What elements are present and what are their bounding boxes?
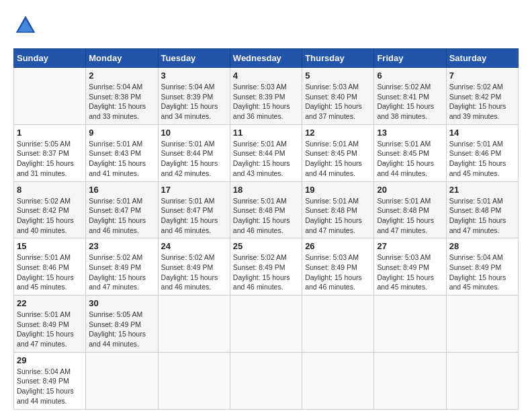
day-info: Sunrise: 5:02 AM Sunset: 8:49 PM Dayligh… (161, 253, 227, 292)
day-number: 28 (449, 241, 515, 251)
day-info: Sunrise: 5:01 AM Sunset: 8:48 PM Dayligh… (233, 196, 299, 236)
calendar-cell: 24Sunrise: 5:02 AM Sunset: 8:49 PM Dayli… (158, 238, 230, 295)
calendar-cell: 11Sunrise: 5:01 AM Sunset: 8:44 PM Dayli… (230, 124, 302, 181)
day-info: Sunrise: 5:04 AM Sunset: 8:38 PM Dayligh… (89, 82, 154, 122)
calendar-cell: 2Sunrise: 5:04 AM Sunset: 8:38 PM Daylig… (86, 68, 158, 125)
day-number: 8 (17, 185, 83, 195)
day-number: 27 (377, 241, 443, 251)
day-info: Sunrise: 5:01 AM Sunset: 8:48 PM Dayligh… (449, 196, 515, 236)
calendar-cell: 6Sunrise: 5:02 AM Sunset: 8:41 PM Daylig… (374, 68, 446, 125)
day-number: 12 (305, 128, 371, 138)
day-number: 21 (449, 185, 515, 195)
day-info: Sunrise: 5:03 AM Sunset: 8:40 PM Dayligh… (305, 82, 371, 122)
day-info: Sunrise: 5:01 AM Sunset: 8:47 PM Dayligh… (89, 196, 154, 236)
day-info: Sunrise: 5:02 AM Sunset: 8:49 PM Dayligh… (233, 253, 299, 292)
day-number: 2 (89, 71, 154, 81)
calendar-cell: 30Sunrise: 5:05 AM Sunset: 8:49 PM Dayli… (86, 295, 158, 353)
day-info: Sunrise: 5:01 AM Sunset: 8:45 PM Dayligh… (377, 139, 443, 179)
day-number: 24 (161, 241, 227, 251)
calendar-cell (230, 352, 302, 409)
calendar-cell: 23Sunrise: 5:02 AM Sunset: 8:49 PM Dayli… (86, 238, 158, 295)
day-info: Sunrise: 5:05 AM Sunset: 8:49 PM Dayligh… (89, 310, 154, 349)
day-info: Sunrise: 5:01 AM Sunset: 8:45 PM Dayligh… (305, 139, 371, 179)
day-info: Sunrise: 5:01 AM Sunset: 8:48 PM Dayligh… (305, 196, 371, 236)
day-info: Sunrise: 5:04 AM Sunset: 8:49 PM Dayligh… (449, 253, 515, 292)
calendar-cell: 28Sunrise: 5:04 AM Sunset: 8:49 PM Dayli… (446, 238, 518, 295)
day-number: 5 (305, 71, 371, 81)
calendar-cell (86, 352, 158, 409)
day-number: 15 (17, 241, 83, 251)
day-of-week-header: Monday (86, 49, 158, 68)
day-info: Sunrise: 5:01 AM Sunset: 8:43 PM Dayligh… (89, 139, 154, 179)
day-info: Sunrise: 5:02 AM Sunset: 8:42 PM Dayligh… (17, 196, 83, 236)
calendar-cell: 29Sunrise: 5:04 AM Sunset: 8:49 PM Dayli… (14, 352, 86, 409)
day-info: Sunrise: 5:01 AM Sunset: 8:44 PM Dayligh… (161, 139, 227, 179)
day-info: Sunrise: 5:01 AM Sunset: 8:49 PM Dayligh… (17, 310, 83, 349)
day-number: 11 (233, 128, 299, 138)
calendar-cell: 16Sunrise: 5:01 AM Sunset: 8:47 PM Dayli… (86, 181, 158, 238)
calendar-cell: 15Sunrise: 5:01 AM Sunset: 8:46 PM Dayli… (14, 238, 86, 295)
calendar-cell: 9Sunrise: 5:01 AM Sunset: 8:43 PM Daylig… (86, 124, 158, 181)
generalblue-logo-icon (13, 13, 38, 38)
day-number: 20 (377, 185, 443, 195)
calendar-cell: 1Sunrise: 5:05 AM Sunset: 8:37 PM Daylig… (14, 124, 86, 181)
calendar-table: SundayMondayTuesdayWednesdayThursdayFrid… (13, 48, 519, 410)
calendar-cell (302, 352, 374, 409)
day-info: Sunrise: 5:04 AM Sunset: 8:39 PM Dayligh… (161, 82, 227, 122)
calendar-cell: 14Sunrise: 5:01 AM Sunset: 8:46 PM Dayli… (446, 124, 518, 181)
calendar-cell: 5Sunrise: 5:03 AM Sunset: 8:40 PM Daylig… (302, 68, 374, 125)
day-info: Sunrise: 5:03 AM Sunset: 8:49 PM Dayligh… (377, 253, 443, 292)
calendar-cell: 17Sunrise: 5:01 AM Sunset: 8:47 PM Dayli… (158, 181, 230, 238)
day-number: 1 (17, 128, 83, 138)
calendar-cell: 3Sunrise: 5:04 AM Sunset: 8:39 PM Daylig… (158, 68, 230, 125)
day-of-week-header: Friday (374, 49, 446, 68)
day-info: Sunrise: 5:02 AM Sunset: 8:41 PM Dayligh… (377, 82, 443, 122)
calendar-week-row: 2Sunrise: 5:04 AM Sunset: 8:38 PM Daylig… (14, 68, 519, 125)
calendar-cell (374, 352, 446, 409)
calendar-week-row: 29Sunrise: 5:04 AM Sunset: 8:49 PM Dayli… (14, 352, 519, 409)
day-info: Sunrise: 5:02 AM Sunset: 8:42 PM Dayligh… (449, 82, 515, 122)
calendar-cell: 4Sunrise: 5:03 AM Sunset: 8:39 PM Daylig… (230, 68, 302, 125)
calendar-cell (446, 295, 518, 353)
calendar-header-row: SundayMondayTuesdayWednesdayThursdayFrid… (14, 49, 519, 68)
calendar-cell: 27Sunrise: 5:03 AM Sunset: 8:49 PM Dayli… (374, 238, 446, 295)
calendar-cell: 13Sunrise: 5:01 AM Sunset: 8:45 PM Dayli… (374, 124, 446, 181)
day-number: 25 (233, 241, 299, 251)
calendar-cell (14, 68, 86, 125)
day-number: 10 (161, 128, 227, 138)
calendar-cell: 25Sunrise: 5:02 AM Sunset: 8:49 PM Dayli… (230, 238, 302, 295)
calendar-cell: 19Sunrise: 5:01 AM Sunset: 8:48 PM Dayli… (302, 181, 374, 238)
calendar-cell: 22Sunrise: 5:01 AM Sunset: 8:49 PM Dayli… (14, 295, 86, 353)
day-number: 17 (161, 185, 227, 195)
day-number: 13 (377, 128, 443, 138)
page-header (13, 13, 519, 38)
calendar-cell: 18Sunrise: 5:01 AM Sunset: 8:48 PM Dayli… (230, 181, 302, 238)
day-number: 3 (161, 71, 227, 81)
day-number: 16 (89, 185, 154, 195)
day-number: 4 (233, 71, 299, 81)
day-info: Sunrise: 5:03 AM Sunset: 8:49 PM Dayligh… (305, 253, 371, 292)
day-of-week-header: Sunday (14, 49, 86, 68)
day-info: Sunrise: 5:04 AM Sunset: 8:49 PM Dayligh… (17, 367, 83, 406)
day-info: Sunrise: 5:01 AM Sunset: 8:44 PM Dayligh… (233, 139, 299, 179)
calendar-cell (302, 295, 374, 353)
day-info: Sunrise: 5:01 AM Sunset: 8:47 PM Dayligh… (161, 196, 227, 236)
day-info: Sunrise: 5:01 AM Sunset: 8:48 PM Dayligh… (377, 196, 443, 236)
day-info: Sunrise: 5:05 AM Sunset: 8:37 PM Dayligh… (17, 139, 83, 179)
day-info: Sunrise: 5:01 AM Sunset: 8:46 PM Dayligh… (17, 253, 83, 292)
day-number: 14 (449, 128, 515, 138)
calendar-cell: 26Sunrise: 5:03 AM Sunset: 8:49 PM Dayli… (302, 238, 374, 295)
day-of-week-header: Saturday (446, 49, 518, 68)
day-number: 9 (89, 128, 154, 138)
day-number: 30 (89, 298, 154, 308)
calendar-week-row: 1Sunrise: 5:05 AM Sunset: 8:37 PM Daylig… (14, 124, 519, 181)
calendar-cell (230, 295, 302, 353)
calendar-cell: 21Sunrise: 5:01 AM Sunset: 8:48 PM Dayli… (446, 181, 518, 238)
calendar-cell: 20Sunrise: 5:01 AM Sunset: 8:48 PM Dayli… (374, 181, 446, 238)
calendar-cell (158, 295, 230, 353)
day-number: 29 (17, 355, 83, 365)
calendar-cell: 10Sunrise: 5:01 AM Sunset: 8:44 PM Dayli… (158, 124, 230, 181)
day-number: 26 (305, 241, 371, 251)
day-of-week-header: Wednesday (230, 49, 302, 68)
calendar-cell (374, 295, 446, 353)
